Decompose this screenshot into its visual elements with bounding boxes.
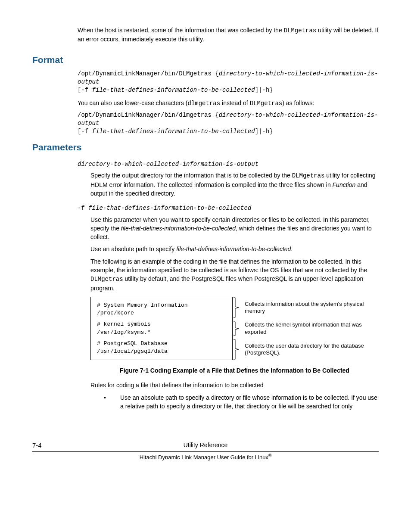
text: instead of — [220, 100, 250, 106]
text: When the host is restarted, some of the … — [78, 27, 284, 34]
page-footer: 7-4 Utility Reference Hitachi Dynamic Li… — [32, 441, 379, 461]
text: You can also use lower-case characters ( — [78, 100, 188, 106]
code: ]|-h} — [255, 87, 273, 93]
code-inline: dlmgetras — [188, 100, 221, 107]
code-inline: DLMgetras — [284, 27, 317, 34]
param2-desc2: Use an absolute path to specify file-tha… — [90, 245, 379, 253]
figure-7-1: # System Memory Information /proc/kcore … — [90, 297, 379, 360]
figure-code-box: # System Memory Information /proc/kcore … — [90, 297, 233, 360]
param2-term: -f file-that-defines-information-to-be-c… — [78, 204, 379, 212]
text: . — [291, 246, 293, 252]
code-arg: file-that-defines-information-to-be-coll… — [92, 128, 255, 135]
bullet-item: • Use an absolute path to specify a dire… — [101, 393, 379, 411]
code: [-f — [78, 128, 92, 135]
parameters-heading: Parameters — [32, 141, 379, 154]
param1-desc: Specify the output directory for the inf… — [90, 171, 379, 198]
fig-line: # kernel symbols — [97, 320, 226, 328]
text-italic: file-that-defines-information-to-be-coll… — [121, 225, 236, 232]
code: ]|-h} — [255, 128, 273, 135]
figure-annotations: Collects information about the system's … — [233, 297, 379, 360]
text: Use an absolute path to specify — [90, 246, 176, 252]
format-code-2: /opt/DynamicLinkManager/bin/dlmgetras {d… — [78, 111, 379, 136]
code-inline: DLMgetras — [250, 100, 283, 107]
annotation: Collects the user data directory for the… — [242, 342, 379, 357]
code: /opt/DynamicLinkManager/bin/DLMgetras { — [78, 70, 219, 77]
footer-title: Utility Reference — [32, 441, 379, 449]
text: Specify the output directory for the inf… — [90, 172, 292, 179]
param2-desc3: The following is an example of the codin… — [90, 257, 379, 292]
fig-line: /proc/kcore — [97, 309, 226, 317]
code-inline: DLMgetras — [292, 172, 325, 179]
figure-caption: Figure 7-1 Coding Example of a File that… — [90, 366, 379, 375]
text: The following is an example of the codin… — [90, 258, 367, 274]
text-italic: file-that-defines-information-to-be-coll… — [176, 246, 291, 252]
text: ) as follows: — [282, 100, 314, 106]
fig-line: # System Memory Information — [97, 302, 226, 309]
footer-rule — [32, 451, 379, 452]
flag: -f — [78, 205, 88, 212]
text: Hitachi Dynamic Link Manager User Guide … — [140, 454, 268, 460]
param-arg: file-that-defines-information-to-be-coll… — [88, 205, 251, 212]
code: [-f — [78, 87, 92, 93]
text: utility by default, and the PostgreSQL f… — [90, 275, 363, 291]
code-inline: DLMgetras — [90, 276, 123, 283]
bullet-icon: • — [101, 393, 120, 411]
bracket-icon — [233, 297, 242, 318]
bullet-text: Use an absolute path to specify a direct… — [120, 393, 379, 411]
registered-mark: ® — [268, 453, 271, 458]
annotation: Collects information about the system's … — [242, 301, 379, 315]
footer-book-title: Hitachi Dynamic Link Manager User Guide … — [32, 453, 379, 462]
annotation: Collects the kernel symbol information t… — [242, 321, 379, 336]
format-mid-text: You can also use lower-case characters (… — [78, 99, 379, 108]
intro-paragraph: When the host is restarted, some of the … — [78, 26, 379, 44]
rules-intro: Rules for coding a file that defines the… — [90, 381, 379, 389]
code-arg: file-that-defines-information-to-be-coll… — [92, 87, 255, 93]
format-heading: Format — [32, 53, 379, 66]
fig-line: /usr/local/pgsql/data — [97, 348, 226, 355]
text-italic: Function — [333, 181, 356, 188]
bracket-icon — [233, 339, 242, 360]
param1-term: directory-to-which-collected-information… — [78, 160, 379, 168]
fig-line: # PostgreSQL Database — [97, 340, 226, 348]
code: /opt/DynamicLinkManager/bin/dlmgetras { — [78, 112, 219, 118]
param2-desc1: Use this parameter when you want to spec… — [90, 215, 379, 242]
page-number: 7-4 — [32, 441, 42, 450]
bracket-icon — [233, 321, 242, 336]
fig-line: /var/log/ksyms.* — [97, 329, 226, 336]
format-code-1: /opt/DynamicLinkManager/bin/DLMgetras {d… — [78, 70, 379, 94]
